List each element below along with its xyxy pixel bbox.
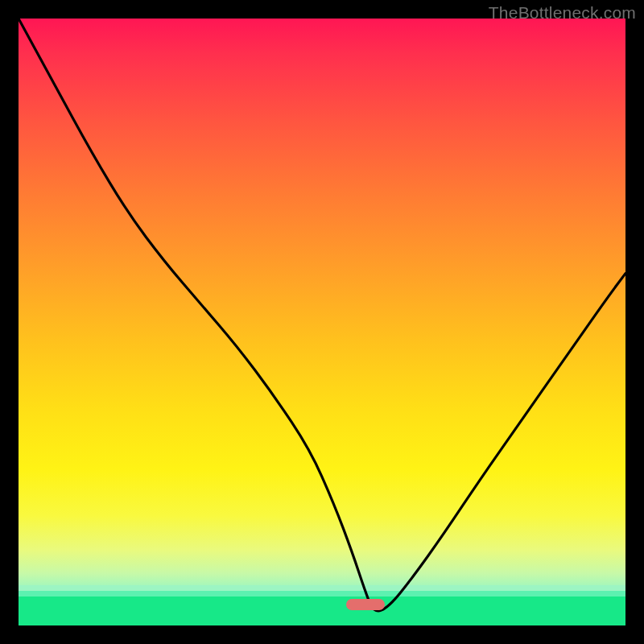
plot-area xyxy=(19,19,625,625)
watermark-text: TheBottleneck.com xyxy=(489,3,636,23)
chart-frame: TheBottleneck.com xyxy=(0,0,644,644)
optimum-marker xyxy=(346,599,385,610)
curve-path xyxy=(19,19,625,611)
bottleneck-curve xyxy=(19,19,625,625)
